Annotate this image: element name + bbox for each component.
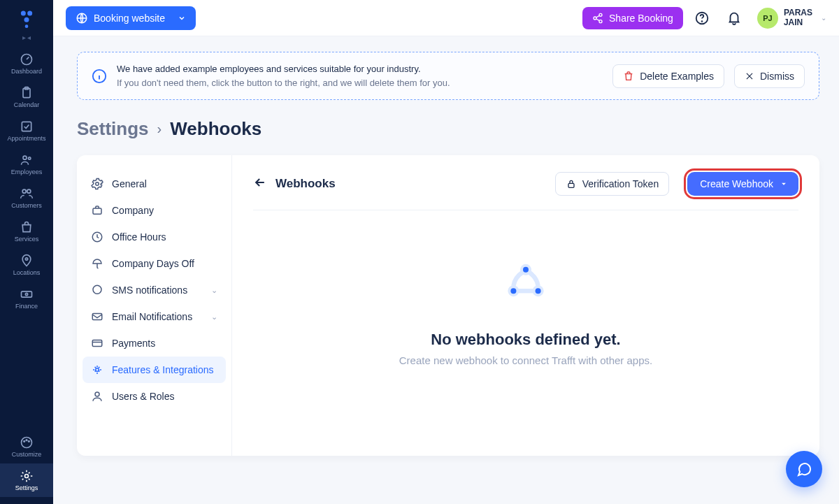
- svg-point-37: [523, 267, 529, 273]
- svg-point-25: [701, 21, 702, 22]
- trash-icon: [623, 71, 634, 82]
- svg-point-18: [29, 441, 30, 442]
- svg-point-12: [25, 258, 27, 260]
- verification-token-button[interactable]: Verification Token: [555, 172, 669, 196]
- share-booking-button[interactable]: Share Booking: [582, 7, 683, 29]
- delete-label: Delete Examples: [640, 71, 714, 82]
- chevron-down-icon: ⌄: [821, 14, 826, 22]
- nav-item-customers[interactable]: Customers: [0, 181, 53, 215]
- settings-item-users-roles[interactable]: Users & Roles: [83, 383, 226, 410]
- chat-bubble-icon: [796, 461, 812, 477]
- svg-point-19: [25, 475, 29, 478]
- svg-rect-13: [22, 291, 32, 297]
- topbar: Booking website Share Booking PJ PARAS J…: [53, 0, 839, 36]
- svg-point-9: [29, 157, 31, 159]
- webhook-icon: [498, 255, 554, 311]
- delete-examples-button[interactable]: Delete Examples: [612, 64, 724, 88]
- user-name: PARAS JAIN: [784, 8, 812, 27]
- app-logo-icon: [17, 8, 36, 28]
- svg-point-22: [594, 17, 596, 20]
- notifications-button[interactable]: [721, 5, 747, 31]
- dismiss-banner-button[interactable]: Dismiss: [734, 64, 805, 88]
- settings-item-days-off[interactable]: Company Days Off: [83, 250, 226, 277]
- gear-icon: [91, 178, 103, 190]
- chevron-down-icon: ⌄: [211, 286, 217, 295]
- settings-item-features[interactable]: Features & Integrations: [83, 357, 226, 383]
- breadcrumb-root[interactable]: Settings: [77, 118, 149, 140]
- create-webhook-button[interactable]: Create Webhook: [687, 172, 798, 196]
- svg-rect-32: [92, 340, 102, 347]
- website-label: Booking website: [94, 13, 165, 24]
- card-icon: [91, 337, 103, 350]
- info-banner: We have added example employees and serv…: [77, 52, 819, 100]
- settings-item-label: Users & Roles: [112, 391, 174, 402]
- settings-item-label: Company Days Off: [112, 258, 194, 269]
- nav-label: Finance: [15, 303, 38, 310]
- settings-item-label: SMS notifications: [112, 285, 187, 296]
- settings-item-office-hours[interactable]: Office Hours: [83, 224, 226, 250]
- nav-item-employees[interactable]: Employees: [0, 147, 53, 181]
- svg-rect-28: [93, 208, 101, 214]
- nav-label: Customize: [12, 451, 42, 458]
- help-button[interactable]: [689, 5, 715, 31]
- nav-label: Dashboard: [11, 68, 42, 75]
- nav-item-dashboard[interactable]: Dashboard: [0, 47, 53, 80]
- check-square-icon: [20, 120, 34, 134]
- svg-point-2: [24, 17, 29, 22]
- svg-rect-35: [568, 183, 574, 187]
- nav-item-locations[interactable]: Locations: [0, 248, 53, 282]
- info-icon: [92, 69, 107, 84]
- svg-rect-31: [92, 314, 102, 320]
- create-label: Create Webhook: [700, 178, 773, 189]
- breadcrumb-current: Webhooks: [170, 118, 261, 140]
- cash-icon: [20, 287, 34, 301]
- nav-item-finance[interactable]: Finance: [0, 282, 53, 315]
- svg-point-10: [22, 189, 26, 193]
- globe-icon: [76, 12, 88, 24]
- nav-item-calendar[interactable]: Calendar: [0, 80, 53, 114]
- svg-point-3: [25, 24, 29, 28]
- person-icon: [91, 390, 103, 403]
- close-icon: [745, 71, 754, 81]
- app-sidebar: ▸ ◂ Dashboard Calendar Appointments Empl…: [0, 0, 53, 504]
- panel-header: Webhooks Verification Token Create Webho…: [253, 172, 798, 210]
- gauge-icon: [20, 52, 34, 66]
- settings-item-general[interactable]: General: [83, 171, 226, 197]
- avatar: PJ: [757, 8, 778, 29]
- nav-label: Services: [15, 236, 39, 243]
- settings-panel: General Company Office Hours Company Day…: [77, 155, 819, 456]
- nav-item-appointments[interactable]: Appointments: [0, 114, 53, 147]
- bag-icon: [20, 220, 34, 234]
- settings-item-sms[interactable]: SMS notifications ⌄: [83, 277, 226, 303]
- pin-icon: [20, 254, 34, 268]
- nav-item-customize[interactable]: Customize: [0, 430, 53, 463]
- caret-down-icon: [780, 180, 787, 187]
- bell-icon: [726, 10, 742, 26]
- chevron-right-icon: ›: [157, 121, 162, 137]
- nav-item-settings[interactable]: Settings: [0, 463, 53, 497]
- settings-item-company[interactable]: Company: [83, 197, 226, 224]
- arrow-left-icon: [253, 175, 267, 189]
- settings-item-payments[interactable]: Payments: [83, 330, 226, 357]
- svg-point-34: [95, 392, 99, 396]
- back-button[interactable]: [253, 175, 267, 192]
- settings-item-label: Payments: [112, 338, 155, 349]
- user-menu[interactable]: PJ PARAS JAIN ⌄: [757, 8, 826, 29]
- svg-point-23: [599, 20, 602, 22]
- settings-item-label: Features & Integrations: [112, 364, 214, 375]
- nav-label: Customers: [11, 202, 42, 209]
- nav-label: Calendar: [14, 101, 40, 108]
- svg-point-1: [27, 11, 32, 16]
- settings-item-email[interactable]: Email Notifications ⌄: [83, 303, 226, 330]
- nav-label: Locations: [13, 269, 41, 276]
- sidebar-expand-handle[interactable]: ▸ ◂: [22, 34, 31, 41]
- nav-label: Settings: [15, 484, 38, 491]
- nav-item-services[interactable]: Services: [0, 215, 53, 248]
- svg-point-11: [27, 189, 31, 193]
- spark-icon: [91, 363, 103, 376]
- dismiss-label: Dismiss: [760, 71, 794, 82]
- lock-icon: [566, 178, 577, 189]
- help-chat-fab[interactable]: [786, 451, 822, 487]
- booking-website-dropdown[interactable]: Booking website: [66, 6, 196, 30]
- empty-title: No webhooks defined yet.: [431, 331, 620, 349]
